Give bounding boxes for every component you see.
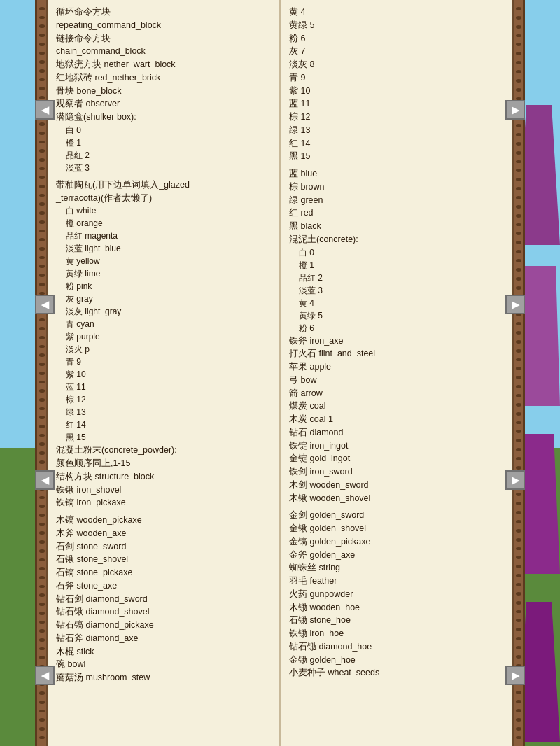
spine-dot: [516, 547, 522, 551]
spine-dot: [39, 211, 45, 215]
left-page-line-9: 白 0: [56, 124, 271, 136]
right-page-line-16: 红 red: [289, 206, 504, 220]
prev-page-arrow-3[interactable]: ◀: [35, 470, 55, 490]
spine-dot: [516, 610, 522, 614]
spine-dot: [516, 655, 522, 659]
spine-dot: [516, 232, 522, 235]
right-page-line-22: 淡蓝 3: [289, 284, 504, 297]
spine-dot: [39, 576, 45, 579]
right-page-line-10: 红 14: [289, 137, 504, 150]
spine-dot: [39, 531, 45, 535]
spine-dot: [516, 727, 522, 731]
spine-dot: [39, 43, 45, 46]
spine-dot: [516, 385, 522, 388]
spine-dot: [39, 691, 45, 695]
right-page-line-51: 金锄 golden_hoe: [289, 654, 504, 667]
left-page-line-1: repeating_command_block: [56, 19, 271, 32]
spine-dot: [39, 132, 45, 135]
right-page-line-38: 木锹 wooden_shovel: [289, 492, 504, 505]
spine-dot: [39, 122, 45, 126]
spine-dot: [516, 133, 522, 136]
next-page-arrow-2[interactable]: ▶: [505, 295, 525, 314]
spine-dot: [39, 336, 45, 339]
right-page-line-41: 金锹 golden_shovel: [289, 522, 504, 535]
left-page-line-2: 链接命令方块: [56, 32, 271, 45]
spine-dot: [39, 7, 45, 10]
next-page-arrow-3[interactable]: ▶: [505, 470, 525, 490]
next-page-arrow-1[interactable]: ▶: [505, 100, 525, 120]
left-page-line-52: 碗 bowl: [56, 658, 271, 671]
right-page-line-43: 金斧 golden_axe: [289, 549, 504, 562]
spine-dot: [39, 202, 45, 206]
left-page-line-5: 红地狱砖 red_nether_brick: [56, 71, 271, 85]
left-page-line-26: 紫 purple: [56, 330, 271, 343]
spine-dot: [516, 358, 522, 362]
spine-dot: [516, 367, 522, 370]
spine-dot: [516, 259, 522, 262]
spine-dot: [39, 540, 45, 544]
spine-dot: [516, 241, 522, 244]
spine-dot: [516, 250, 522, 253]
spine-dot: [39, 736, 45, 740]
right-page-line-25: 粉 6: [289, 322, 504, 335]
spine-dot: [516, 511, 522, 514]
right-page-line-13: 蓝 blue: [289, 167, 504, 181]
right-page-line-20: 橙 1: [289, 259, 504, 272]
spine-dot: [516, 52, 522, 55]
spine-dot: [516, 187, 522, 190]
left-page-line-19: 淡蓝 light_blue: [56, 242, 271, 255]
prev-page-arrow-2[interactable]: ◀: [35, 295, 55, 314]
right-page-line-1: 黄绿 5: [289, 19, 504, 32]
spine-dot: [516, 43, 522, 46]
right-page-line-8: 棕 12: [289, 111, 504, 124]
left-page-line-35: 混凝土粉末(concrete_powder):: [56, 444, 271, 457]
spine-dot: [516, 268, 522, 272]
spine-dot: [39, 558, 45, 562]
left-page-line-15: _terracotta)(作者太懒了): [56, 192, 271, 205]
right-page-line-6: 紫 10: [289, 85, 504, 98]
spine-dot: [516, 430, 522, 433]
right-page-line-7: 蓝 11: [289, 97, 504, 111]
left-page-line-32: 绿 13: [56, 406, 271, 418]
left-page-line-20: 黄 yellow: [56, 255, 271, 267]
spine-dot: [516, 583, 522, 586]
left-page-line-39: 铁镐 iron_pickaxe: [56, 496, 271, 509]
right-page-line-29: 弓 bow: [289, 374, 504, 387]
spine-dot: [39, 710, 45, 713]
spine-dot: [39, 69, 45, 73]
spine-dot: [516, 88, 522, 92]
spine-dot: [39, 496, 45, 500]
next-page-arrow-4[interactable]: ▶: [505, 666, 525, 685]
spine-dot: [516, 169, 522, 172]
spine-dot: [516, 376, 522, 379]
right-page-line-46: 火药 gunpowder: [289, 588, 504, 601]
spine-dot: [39, 434, 45, 437]
spine-dot: [39, 451, 45, 455]
left-page-line-37: 结构方块 structure_block: [56, 470, 271, 484]
right-page-line-23: 黄 4: [289, 297, 504, 309]
spine-dot: [39, 442, 45, 446]
spine-dot: [516, 601, 522, 605]
right-page-line-0: 黄 4: [289, 6, 504, 19]
spine-dot: [516, 394, 522, 397]
spine-dot: [39, 220, 45, 224]
right-page-line-2: 粉 6: [289, 32, 504, 45]
spine-dot: [516, 493, 522, 496]
spine-dot: [39, 318, 45, 322]
right-page-line-40: 金剑 golden_sword: [289, 509, 504, 522]
left-page-line-6: 骨块 bone_block: [56, 85, 271, 98]
right-page-line-5: 青 9: [289, 71, 504, 85]
spine-dot: [516, 142, 522, 146]
spine-dot: [39, 327, 45, 330]
right-page-line-49: 铁锄 iron_hoe: [289, 627, 504, 640]
right-page-line-14: 棕 brown: [289, 181, 504, 194]
left-page-line-38: 铁锹 iron_shovel: [56, 484, 271, 497]
left-page-line-24: 淡灰 light_gray: [56, 305, 271, 318]
spine-dot: [39, 523, 45, 526]
spine-dot: [39, 149, 45, 153]
left-page-line-28: 青 9: [56, 356, 271, 368]
spine-dot: [516, 322, 522, 325]
spine-dot: [39, 585, 45, 589]
prev-page-arrow-1[interactable]: ◀: [35, 100, 55, 120]
prev-page-arrow-4[interactable]: ◀: [35, 666, 55, 685]
